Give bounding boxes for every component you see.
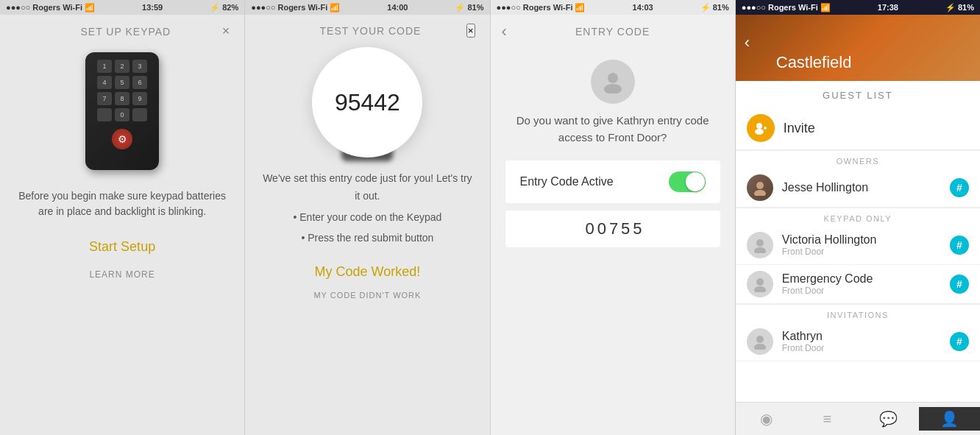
guest-list-title: GUEST LIST [736, 81, 980, 107]
toggle-knob [686, 172, 705, 191]
bluetooth-icon-3: ⚡ [700, 3, 711, 13]
learn-more-button[interactable]: LEARN MORE [0, 264, 244, 286]
instructions-intro: We've set this entry code just for you! … [260, 170, 475, 205]
key-hash [132, 108, 147, 121]
close-button[interactable]: × [222, 24, 230, 39]
svg-point-2 [756, 123, 762, 129]
kathryn-badge: # [950, 332, 969, 351]
august-logo: ⚙ [112, 129, 132, 149]
tab-list-icon: ≡ [823, 411, 832, 428]
entry-code-title: ENTRY CODE [575, 26, 650, 38]
entry-code-circle: 95442 [312, 47, 422, 158]
invitations-section-header: INVITATIONS [736, 304, 980, 322]
svg-point-7 [754, 190, 766, 196]
battery-1: 82% [222, 3, 238, 12]
time-2: 14:00 [387, 3, 408, 12]
bottom-tab-bar: ◉ ≡ 💬 👤 [736, 402, 980, 435]
guest-row-kathryn[interactable]: Kathryn Front Door # [736, 322, 980, 361]
tab-person-icon: 👤 [940, 410, 959, 428]
key-8: 8 [115, 92, 129, 105]
entry-code-panel: ●●●○○ Rogers Wi-Fi 📶 14:03 ⚡ 81% ‹ ENTRY… [491, 0, 736, 435]
svg-point-10 [756, 278, 764, 286]
victoria-sub: Front Door [782, 247, 950, 257]
instructions-block: We've set this entry code just for you! … [245, 161, 489, 257]
code-input-field[interactable] [505, 211, 720, 247]
setup-keypad-panel: ●●●○○ Rogers Wi-Fi 📶 13:59 ⚡ 82% SET UP … [0, 0, 245, 435]
kathryn-name: Kathryn [782, 330, 950, 343]
battery-2: 81% [467, 3, 483, 12]
jesse-avatar [747, 174, 773, 201]
status-bar-2: ●●●○○ Rogers Wi-Fi 📶 14:00 ⚡ 81% [245, 0, 489, 15]
guest-row-jesse[interactable]: Jesse Hollington # [736, 169, 980, 208]
svg-point-8 [756, 239, 764, 247]
instructions-step2: • Press the red submit button [260, 230, 475, 247]
key-7: 7 [97, 92, 112, 105]
guest-row-emergency[interactable]: Emergency Code Front Door # [736, 265, 980, 304]
code-worked-button[interactable]: My Code Worked! [245, 257, 489, 287]
entry-code-toggle-row: Entry Code Active [505, 160, 720, 203]
invite-label: Invite [784, 121, 815, 136]
jesse-badge: # [950, 178, 969, 197]
time-3: 14:03 [633, 3, 653, 12]
location-header-image: ‹ Castlefield [736, 15, 980, 81]
emergency-info: Emergency Code Front Door [782, 272, 950, 296]
signal-icon-3: ●●●○○ [497, 3, 521, 12]
tab-item-1[interactable]: ◉ [736, 407, 797, 431]
user-photo-icon [752, 180, 768, 196]
key-star [97, 108, 112, 121]
guest-list-panel: ●●●○○ Rogers Wi-Fi 📶 17:38 ⚡ 81% ‹ Castl… [736, 0, 980, 435]
entry-code-content: Do you want to give Kathryn entry code a… [491, 49, 735, 258]
user-placeholder-icon-3 [752, 333, 768, 350]
victoria-name: Victoria Hollington [782, 233, 950, 247]
test-code-panel: ●●●○○ Rogers Wi-Fi 📶 14:00 ⚡ 81% TEST YO… [245, 0, 490, 435]
status-bar-1: ●●●○○ Rogers Wi-Fi 📶 13:59 ⚡ 82% [0, 0, 244, 15]
svg-point-6 [756, 182, 764, 189]
tab-item-2[interactable]: ≡ [797, 407, 858, 431]
victoria-avatar [747, 232, 773, 258]
close-button-2[interactable]: × [466, 24, 475, 38]
owners-section-header: OWNERS [736, 150, 980, 169]
user-placeholder-icon-2 [752, 276, 768, 292]
battery-3: 81% [713, 3, 729, 12]
status-bar-4: ●●●○○ Rogers Wi-Fi 📶 17:38 ⚡ 81% [736, 0, 980, 15]
bluetooth-icon-2: ⚡ [455, 3, 465, 13]
entry-code-toggle[interactable] [669, 171, 706, 192]
signal-icon-4: ●●●○○ [742, 3, 766, 12]
tab-circle-icon: ◉ [760, 410, 773, 428]
wifi-icon-3: 📶 [575, 3, 585, 13]
wifi-icon-4: 📶 [820, 3, 831, 13]
location-name: Castlefield [776, 53, 852, 72]
key-6: 6 [132, 76, 147, 89]
tab-item-3[interactable]: 💬 [858, 407, 919, 431]
time-1: 13:59 [142, 3, 163, 12]
tab-chat-icon: 💬 [879, 410, 898, 428]
carrier-1: ●●●○○ Rogers Wi-Fi 📶 [6, 3, 95, 13]
jesse-info: Jesse Hollington [782, 181, 950, 194]
start-setup-button[interactable]: Start Setup [0, 230, 244, 264]
battery-4: 81% [958, 3, 974, 12]
emergency-badge: # [950, 275, 969, 294]
tab-item-4[interactable]: 👤 [919, 407, 980, 431]
kathryn-sub: Front Door [782, 343, 950, 353]
guest-row-victoria[interactable]: Victoria Hollington Front Door # [736, 226, 980, 265]
key-2: 2 [115, 60, 129, 73]
keypad-device: 1 2 3 4 5 6 7 8 9 0 ⚙ [85, 52, 159, 170]
back-button-4[interactable]: ‹ [745, 33, 750, 52]
kathryn-info: Kathryn Front Door [782, 330, 950, 353]
jesse-name: Jesse Hollington [782, 181, 950, 194]
wifi-icon-2: 📶 [330, 3, 340, 13]
setup-keypad-header: SET UP KEYPAD × [0, 15, 244, 45]
time-4: 17:38 [878, 3, 898, 12]
keypad-grid: 1 2 3 4 5 6 7 8 9 0 [97, 60, 147, 121]
signal-icon: ●●●○○ [6, 3, 30, 12]
invite-icon [747, 114, 775, 142]
invite-row[interactable]: Invite [736, 107, 980, 150]
entry-code-active-label: Entry Code Active [520, 175, 614, 188]
code-didnt-work-button[interactable]: MY CODE DIDN'T WORK [245, 287, 489, 303]
victoria-info: Victoria Hollington Front Door [782, 233, 950, 257]
status-bar-3: ●●●○○ Rogers Wi-Fi 📶 14:03 ⚡ 81% [491, 0, 735, 15]
key-0: 0 [115, 108, 129, 121]
back-button[interactable]: ‹ [502, 22, 507, 41]
emergency-avatar [747, 271, 773, 297]
test-code-header: TEST YOUR CODE × [245, 15, 489, 43]
